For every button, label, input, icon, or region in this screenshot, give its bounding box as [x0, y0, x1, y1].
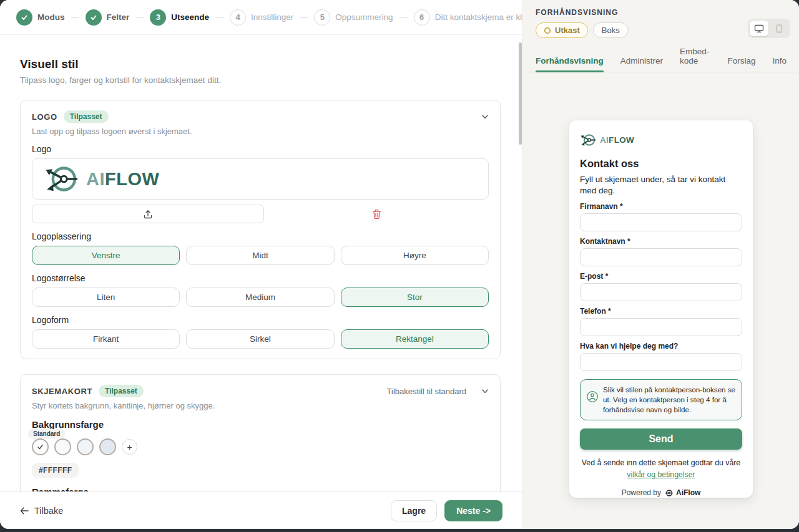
step-separator: —: [300, 12, 308, 22]
logo-label: Logo: [32, 144, 489, 154]
aiflow-logo-wordmark: AIFLOW: [600, 135, 634, 145]
delete-logo-trash-icon[interactable]: [372, 209, 381, 220]
step-modus[interactable]: Modus: [16, 9, 65, 26]
upload-icon: [144, 210, 152, 219]
step-separator: —: [71, 12, 79, 22]
tab-administrer[interactable]: Administrer: [620, 56, 663, 72]
bg-swatch-selected[interactable]: [32, 438, 49, 455]
size-stor-button[interactable]: Stor: [341, 288, 489, 307]
preview-tabs: Forhåndsvisning Administrer Embed-kode F…: [523, 47, 799, 72]
wizard-stepper: Modus — Felter — 3 Utseende — 4 Innstill…: [0, 0, 522, 35]
step-oppsummering[interactable]: 5 Oppsummering: [314, 9, 393, 26]
terms-link[interactable]: vilkår og betingelser: [627, 470, 695, 479]
next-button[interactable]: Neste ->: [444, 500, 502, 521]
card-section-title: SKJEMAKORT: [32, 387, 92, 396]
step-number: 5: [314, 9, 330, 26]
aiflow-logo-wordmark: AIFLOW: [86, 169, 159, 190]
save-button[interactable]: Lagre: [391, 500, 437, 521]
app-window: Modus — Felter — 3 Utseende — 4 Innstill…: [0, 0, 799, 529]
arrow-left-icon: [20, 507, 29, 515]
step-number: 4: [230, 9, 246, 26]
check-circle-icon: [16, 9, 32, 26]
shape-sirkel-button[interactable]: Sirkel: [186, 329, 334, 349]
mobile-view-button[interactable]: [770, 21, 788, 36]
person-circle-icon: [586, 390, 599, 403]
aiflow-logo-icon: [580, 133, 596, 147]
brand-name: AiFlow: [676, 488, 700, 497]
boks-mode-badge[interactable]: Boks: [593, 22, 629, 38]
terms-text: Ved å sende inn dette skjemaet godtar du…: [580, 457, 742, 480]
logo-section-description: Last opp og tilpass logoen øverst i skje…: [32, 127, 489, 136]
logo-shape-options: Firkant Sirkel Rektangel: [32, 329, 489, 349]
circle-outline-icon: [544, 27, 551, 34]
bg-swatch[interactable]: [99, 438, 116, 455]
contact-form-preview-card: AIFLOW Kontakt oss Fyll ut skjemaet unde…: [569, 120, 753, 498]
send-button[interactable]: Send: [580, 428, 742, 450]
reset-to-default-link[interactable]: Tilbakestill til standard: [387, 387, 466, 396]
step-klart[interactable]: 6 Ditt kontaktskjema er klart!: [414, 9, 534, 26]
contact-form-title: Kontakt oss: [580, 158, 742, 170]
step-number: 3: [150, 9, 166, 26]
placement-midt-button[interactable]: Midt: [186, 246, 334, 265]
logo-size-options: Liten Medium Stor: [32, 288, 489, 307]
step-label: Modus: [37, 12, 65, 22]
step-label: Ditt kontaktskjema er klart!: [435, 12, 534, 22]
step-separator: —: [215, 12, 223, 22]
aiflow-logo-icon: [44, 163, 79, 195]
melding-input[interactable]: [580, 353, 742, 371]
step-utseende[interactable]: 3 Utseende: [150, 9, 209, 26]
chevron-down-icon[interactable]: [481, 387, 489, 395]
firmanavn-input[interactable]: [580, 213, 742, 231]
aiflow-mini-icon: [664, 489, 673, 497]
logo-upload-button[interactable]: [32, 205, 264, 223]
placement-venstre-button[interactable]: Venstre: [32, 246, 180, 265]
back-button[interactable]: Tilbake: [20, 506, 63, 516]
add-color-button[interactable]: +: [122, 439, 137, 455]
note-text: Slik vil stilen på kontaktperson-boksen …: [603, 385, 736, 415]
editor-panel: Modus — Felter — 3 Utseende — 4 Innstill…: [0, 0, 522, 529]
powered-by: Powered by AiFlow: [580, 488, 742, 497]
size-medium-button[interactable]: Medium: [186, 288, 334, 307]
standard-tooltip: Standard: [28, 429, 65, 438]
shape-firkant-button[interactable]: Firkant: [32, 329, 180, 349]
check-circle-icon: [86, 9, 102, 26]
step-label: Innstillinger: [251, 12, 293, 22]
bg-swatch[interactable]: [54, 438, 71, 455]
tab-embed-kode[interactable]: Embed-kode: [680, 47, 710, 72]
chevron-down-icon[interactable]: [481, 113, 489, 120]
step-innstillinger[interactable]: 4 Innstillinger: [230, 9, 293, 26]
background-swatch-row: Standard +: [32, 438, 489, 455]
tab-forslag[interactable]: Forslag: [727, 56, 755, 72]
field-label-epost: E-post *: [580, 272, 742, 281]
device-toggle: [748, 19, 790, 38]
tab-forhandsvisning[interactable]: Forhåndsvisning: [536, 56, 604, 72]
field-label-kontaktnavn: Kontaktnavn *: [580, 237, 742, 246]
preview-heading: FORHÅNDSVISNING: [536, 8, 787, 17]
size-liten-button[interactable]: Liten: [32, 288, 180, 307]
scrollbar-thumb[interactable]: [519, 42, 522, 145]
page-subtitle: Tilpass logo, farger og kortstil for kon…: [20, 75, 501, 85]
tab-info[interactable]: Info: [772, 56, 787, 72]
customized-badge: Tilpasset: [64, 110, 109, 123]
field-label-telefon: Telefon *: [580, 307, 742, 316]
step-label: Oppsummering: [335, 12, 393, 22]
logo-placement-label: Logoplassering: [32, 231, 489, 241]
bg-swatch[interactable]: [77, 438, 94, 455]
logo-section-card: LOGO Tilpasset Last opp og tilpass logoe…: [20, 100, 501, 359]
shape-rektangel-button[interactable]: Rektangel: [341, 329, 489, 349]
desktop-view-button[interactable]: [750, 21, 768, 36]
telefon-input[interactable]: [580, 318, 742, 336]
wizard-footer: Tilbake Lagre Neste ->: [0, 491, 522, 529]
placement-hoyre-button[interactable]: Høyre: [341, 246, 489, 265]
draft-status-badge[interactable]: Utkast: [536, 22, 588, 38]
card-section-description: Styr kortets bakgrunn, kantlinje, hjørne…: [32, 401, 489, 410]
form-brand-logo: AIFLOW: [580, 133, 742, 147]
step-separator: —: [400, 12, 408, 22]
step-felter[interactable]: Felter: [86, 9, 130, 26]
kontaktnavn-input[interactable]: [580, 248, 742, 266]
epost-input[interactable]: [580, 283, 742, 301]
step-label: Utseende: [171, 12, 209, 22]
page-title: Visuell stil: [20, 57, 501, 71]
preview-panel: FORHÅNDSVISNING Utkast Boks: [522, 0, 799, 529]
contact-person-note: Slik vil stilen på kontaktperson-boksen …: [580, 379, 742, 420]
